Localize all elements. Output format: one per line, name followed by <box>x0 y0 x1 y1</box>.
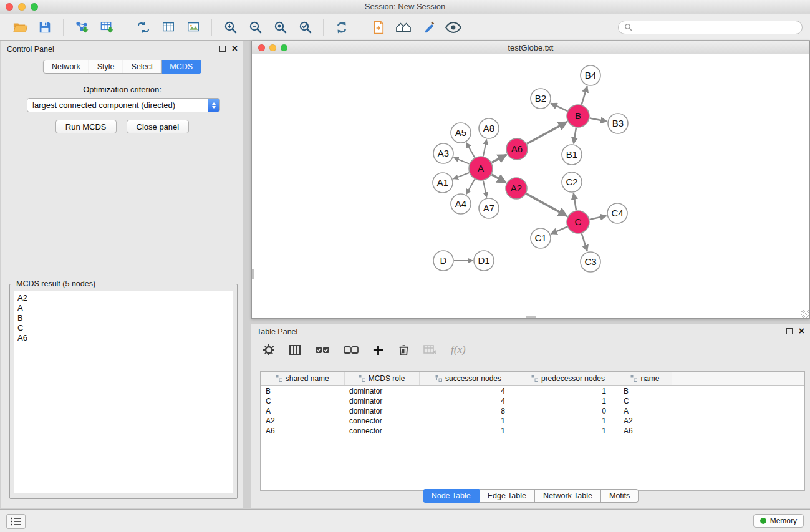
tab-network-table[interactable]: Network Table <box>535 489 601 503</box>
tab-select[interactable]: Select <box>123 60 162 74</box>
clone-network-button[interactable] <box>131 17 156 38</box>
mcds-result-item[interactable]: A2 <box>17 293 229 303</box>
tab-style[interactable]: Style <box>89 60 123 74</box>
save-session-button[interactable] <box>32 17 57 38</box>
mcds-result-list[interactable]: A2ABCA6 <box>14 291 233 493</box>
graph-edge[interactable] <box>527 122 567 144</box>
tab-mcds[interactable]: MCDS <box>162 60 201 74</box>
graph-edge[interactable] <box>483 181 486 198</box>
graph-edge[interactable] <box>551 227 567 234</box>
graph-node-b4[interactable]: B4 <box>581 65 600 85</box>
mcds-result-item[interactable]: A <box>17 303 229 313</box>
tab-network[interactable]: Network <box>43 60 89 74</box>
table-settings-button[interactable] <box>263 344 275 356</box>
zoom-fit-button[interactable] <box>268 17 292 38</box>
deselect-all-button[interactable] <box>344 345 359 355</box>
graph-edge[interactable] <box>582 86 587 105</box>
table-row[interactable]: Cdominator41C <box>261 396 804 406</box>
network-table-button[interactable] <box>156 17 181 38</box>
column-header[interactable]: shared name <box>261 372 344 386</box>
mcds-result-item[interactable]: C <box>17 323 229 333</box>
import-table-button[interactable] <box>94 17 119 38</box>
graph-node-a1[interactable]: A1 <box>433 173 453 193</box>
tab-edge-table[interactable]: Edge Table <box>480 489 535 503</box>
graph-node-c4[interactable]: C4 <box>607 203 627 223</box>
graph-edge[interactable] <box>483 140 486 157</box>
horizontal-scroll-handle[interactable] <box>526 316 536 318</box>
column-header[interactable]: predecessor nodes <box>518 372 619 386</box>
column-header[interactable]: successor nodes <box>419 372 518 386</box>
task-history-button[interactable] <box>6 514 26 529</box>
minimize-window-button[interactable] <box>18 3 26 11</box>
select-all-button[interactable] <box>315 345 330 355</box>
close-panel-button[interactable]: Close panel <box>127 120 190 133</box>
graph-edge[interactable] <box>492 155 507 163</box>
run-mcds-button[interactable]: Run MCDS <box>55 120 117 133</box>
graph-node-c3[interactable]: C3 <box>581 252 600 272</box>
zoom-in-button[interactable] <box>218 17 243 38</box>
graph-edge[interactable] <box>574 193 576 210</box>
criterion-dropdown[interactable]: largest connected component (directed) <box>27 98 220 112</box>
export-document-button[interactable] <box>366 17 391 38</box>
graph-node-a7[interactable]: A7 <box>479 198 499 218</box>
mcds-result-item[interactable]: B <box>17 313 229 323</box>
graph-node-b[interactable]: B <box>567 105 589 127</box>
graph-node-d1[interactable]: D1 <box>474 251 494 271</box>
resize-grip[interactable] <box>801 310 809 318</box>
graph-edge[interactable] <box>454 158 470 164</box>
mcds-result-item[interactable]: A6 <box>17 333 229 343</box>
tab-node-table[interactable]: Node Table <box>423 489 480 503</box>
graph-edge[interactable] <box>453 173 469 179</box>
close-window-button[interactable] <box>6 3 13 11</box>
graph-node-a6[interactable]: A6 <box>506 138 528 160</box>
graph-edge[interactable] <box>466 143 475 158</box>
export-image-button[interactable] <box>181 17 206 38</box>
network-canvas[interactable]: AA2A6BCA1A3A4A5A7A8B1B2B3B4C1C2C3C4DD1 <box>252 54 809 318</box>
table-row[interactable]: Bdominator41B <box>261 386 804 397</box>
show-hide-button[interactable] <box>441 17 466 38</box>
graph-node-b2[interactable]: B2 <box>531 89 551 109</box>
network-close-button[interactable] <box>258 44 265 51</box>
network-maximize-button[interactable] <box>281 44 287 51</box>
tab-motifs[interactable]: Motifs <box>601 489 639 503</box>
vertical-scroll-handle[interactable] <box>252 269 254 279</box>
float-table-panel-icon[interactable] <box>786 328 793 334</box>
style-brush-button[interactable] <box>416 17 441 38</box>
network-minimize-button[interactable] <box>269 44 276 51</box>
graph-node-c[interactable]: C <box>567 211 589 233</box>
graph-edge[interactable] <box>551 104 567 111</box>
zoom-out-button[interactable] <box>243 17 268 38</box>
search-input[interactable] <box>636 22 796 32</box>
column-header[interactable]: name <box>619 372 672 386</box>
show-columns-button[interactable] <box>289 344 301 356</box>
function-builder-button[interactable]: f(x) <box>451 344 466 356</box>
import-network-button[interactable] <box>69 17 94 38</box>
graph-node-a3[interactable]: A3 <box>433 143 453 163</box>
graph-node-d[interactable]: D <box>433 251 453 271</box>
graph-edge[interactable] <box>582 233 587 251</box>
close-table-panel-icon[interactable]: × <box>799 327 804 334</box>
maximize-window-button[interactable] <box>31 3 38 11</box>
add-column-button[interactable] <box>372 344 384 356</box>
table-row[interactable]: A2connector11A2 <box>261 416 804 426</box>
table-row[interactable]: A6connector11A6 <box>261 426 804 436</box>
graph-edge[interactable] <box>590 216 607 220</box>
graph-node-c1[interactable]: C1 <box>531 228 551 248</box>
search-box[interactable] <box>618 21 803 34</box>
graph-node-b1[interactable]: B1 <box>562 145 582 165</box>
graph-edge[interactable] <box>466 179 475 194</box>
graph-node-c2[interactable]: C2 <box>562 172 582 192</box>
graph-node-a2[interactable]: A2 <box>506 178 527 199</box>
memory-button[interactable]: Memory <box>753 514 804 528</box>
close-panel-icon[interactable]: × <box>232 45 238 52</box>
table-row[interactable]: Adominator80A <box>261 406 804 416</box>
graph-edge[interactable] <box>590 118 607 122</box>
network-overview-button[interactable] <box>391 17 416 38</box>
graph-node-a4[interactable]: A4 <box>451 194 471 214</box>
graph-node-a5[interactable]: A5 <box>451 123 471 143</box>
graph-node-b3[interactable]: B3 <box>608 114 628 133</box>
open-session-button[interactable] <box>7 17 32 38</box>
column-header[interactable]: MCDS role <box>344 372 419 386</box>
float-panel-icon[interactable] <box>219 46 226 52</box>
graph-edge[interactable] <box>491 175 506 183</box>
